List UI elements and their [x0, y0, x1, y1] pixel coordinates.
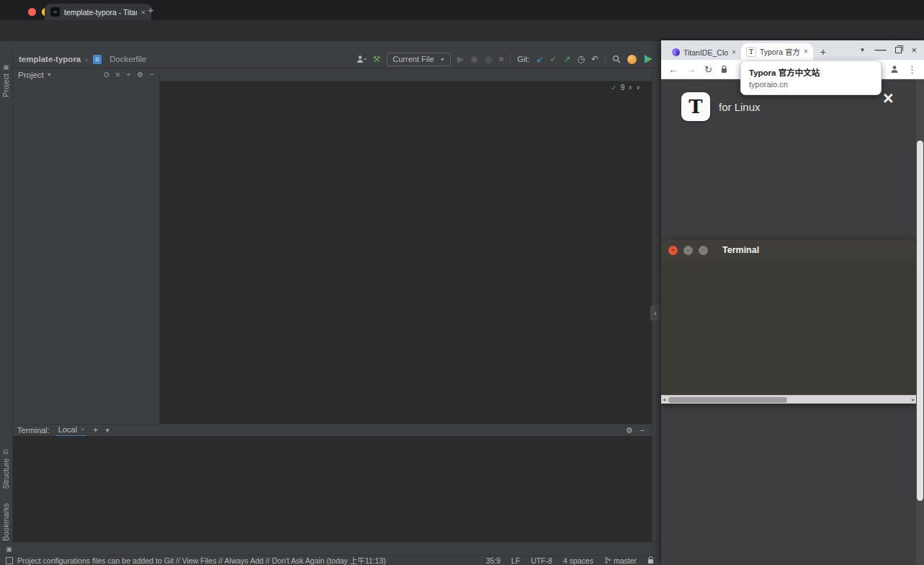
- status-message[interactable]: Project configurations files can be adde…: [17, 555, 386, 565]
- embedded-tab-titanide[interactable]: TitanIDE_Clo ×: [667, 45, 741, 60]
- line-ending-indicator[interactable]: LF: [511, 556, 520, 565]
- tab-search-chevron-icon[interactable]: ▼: [859, 47, 865, 53]
- encoding-indicator[interactable]: UTF-8: [531, 556, 552, 565]
- forward-icon[interactable]: →: [686, 64, 696, 75]
- settings-gear-icon[interactable]: ⚙: [137, 71, 143, 79]
- breadcrumb: template-typora › D Dockerfile: [0, 55, 146, 64]
- typora-favicon: T: [746, 47, 756, 57]
- branch-icon: [604, 556, 611, 564]
- terminal-output[interactable]: [13, 436, 652, 542]
- terminal-header-actions: ⚙ −: [626, 426, 645, 435]
- toolwindow-toggle-icon[interactable]: ▣: [3, 546, 15, 553]
- terminal-tab-close-icon[interactable]: ×: [81, 426, 84, 433]
- tooltip-title: Typora 官方中文站: [749, 66, 873, 78]
- caret-position[interactable]: 35:9: [485, 556, 500, 565]
- macos-close-button[interactable]: [28, 8, 36, 16]
- embedded-tab-typora[interactable]: T Typora 官方 ×: [741, 43, 813, 60]
- titanide-assistant-icon[interactable]: [643, 55, 652, 64]
- terminal-tab-local[interactable]: Local ×: [56, 424, 87, 437]
- user-dropdown-icon[interactable]: [356, 55, 367, 63]
- embedded-new-tab-icon[interactable]: +: [820, 46, 826, 60]
- coverage-icon[interactable]: ◍: [484, 55, 491, 63]
- new-tab-button[interactable]: +: [148, 4, 154, 16]
- tooltip-url: typoraio.cn: [749, 80, 873, 89]
- structure-strip-label[interactable]: Structure: [1, 458, 10, 489]
- profile-icon[interactable]: [890, 65, 899, 74]
- scrollbar-thumb[interactable]: [668, 397, 787, 403]
- page-scrollbar[interactable]: [916, 79, 924, 565]
- git-branch-indicator[interactable]: master: [604, 556, 637, 565]
- tab-close-icon[interactable]: ×: [732, 48, 736, 56]
- terminal-settings-gear-icon[interactable]: ⚙: [626, 426, 633, 435]
- ubuntu-terminal-title: Terminal: [722, 245, 759, 255]
- horizontal-scrollbar[interactable]: ◂ ▸: [661, 395, 916, 404]
- hide-panel-icon[interactable]: −: [150, 71, 154, 79]
- git-push-icon[interactable]: ↗: [563, 55, 570, 63]
- toolbar-divider: [510, 54, 511, 64]
- bookmarks-strip-label[interactable]: Bookmarks: [1, 503, 10, 541]
- back-icon[interactable]: ←: [668, 64, 678, 75]
- search-everywhere-icon[interactable]: [612, 55, 621, 63]
- terminal-tab-label: Local: [58, 425, 77, 434]
- typora-logo: T: [681, 92, 710, 121]
- window-maximize-icon[interactable]: ▫: [699, 246, 708, 255]
- terminal-minimize-icon[interactable]: −: [640, 426, 645, 435]
- run-icon[interactable]: ▶: [457, 55, 464, 63]
- minimize-icon[interactable]: —: [874, 43, 886, 56]
- page-close-icon[interactable]: ×: [883, 89, 894, 107]
- reload-icon[interactable]: ↻: [704, 64, 712, 75]
- git-update-icon[interactable]: ↙: [536, 55, 543, 63]
- code-editor[interactable]: ✓ 9 ∧ ∨: [160, 81, 652, 424]
- inspections-widget[interactable]: ✓ 9 ∧ ∨: [611, 84, 640, 92]
- browser-tab[interactable]: ‹› template-typora - TitanIDE ×: [45, 4, 151, 20]
- page-subtitle: for Linux: [719, 101, 761, 113]
- restore-window-icon[interactable]: [895, 47, 902, 53]
- tab-close-icon[interactable]: ×: [141, 8, 145, 17]
- indent-indicator[interactable]: 4 spaces: [563, 556, 593, 565]
- new-terminal-icon[interactable]: +: [93, 425, 98, 435]
- menu-dots-icon[interactable]: ⋮: [907, 64, 917, 75]
- expand-all-icon[interactable]: ≡: [116, 71, 120, 79]
- learn-ide-icon[interactable]: [627, 55, 637, 64]
- prev-problem-icon[interactable]: ∧: [628, 84, 632, 91]
- git-commit-icon[interactable]: ✓: [550, 55, 557, 63]
- structure-toolwindow-icon[interactable]: ⊟: [3, 448, 9, 455]
- breadcrumb-project[interactable]: template-typora: [19, 55, 81, 63]
- next-problem-icon[interactable]: ∨: [636, 84, 640, 91]
- scroll-left-icon[interactable]: ◂: [663, 396, 665, 403]
- status-bar: Project configurations files can be adde…: [0, 555, 661, 565]
- run-config-label: Current File: [393, 55, 434, 63]
- git-label: Git:: [517, 55, 529, 63]
- typora-page: T for Linux × × – ▫ Terminal ◂ ▸: [661, 79, 924, 565]
- project-toolwindow-icon[interactable]: ▣: [3, 63, 9, 71]
- embedded-tab-label: Typora 官方: [760, 46, 800, 57]
- debug-icon[interactable]: ◉: [470, 55, 477, 63]
- close-icon[interactable]: ×: [911, 45, 917, 55]
- build-hammer-icon[interactable]: ⚒: [373, 55, 381, 63]
- project-strip-label[interactable]: Project: [1, 74, 10, 97]
- collapse-all-icon[interactable]: ÷: [127, 71, 131, 79]
- toolbar-divider: [605, 54, 606, 64]
- titanide-cloud-favicon: [672, 48, 680, 56]
- scroll-right-icon[interactable]: ▸: [912, 396, 915, 403]
- status-message-area[interactable]: Project configurations files can be adde…: [6, 555, 475, 565]
- locate-file-icon[interactable]: ⊙: [103, 71, 109, 79]
- lock-icon: [721, 66, 727, 74]
- terminal-panel-title: Terminal:: [17, 426, 50, 435]
- embedded-tabstrip: TitanIDE_Clo × T Typora 官方 × + ▼ — ×: [661, 40, 924, 60]
- history-icon[interactable]: ◷: [577, 55, 584, 63]
- scrollbar-thumb[interactable]: [917, 141, 923, 501]
- run-config-select[interactable]: Current File ▼: [387, 53, 450, 66]
- stop-icon[interactable]: ■: [498, 55, 503, 63]
- terminal-dropdown-icon[interactable]: ▼: [104, 427, 110, 434]
- window-minimize-icon[interactable]: –: [683, 246, 693, 255]
- unlock-icon[interactable]: [647, 556, 654, 564]
- project-panel-title[interactable]: Project: [18, 71, 44, 79]
- branch-name: master: [614, 556, 637, 565]
- breadcrumb-file[interactable]: Dockerfile: [109, 55, 146, 63]
- splitter-expand-icon[interactable]: ›: [650, 305, 660, 321]
- browser-tabstrip: ‹› template-typora - TitanIDE × +: [0, 0, 924, 20]
- tab-close-icon[interactable]: ×: [804, 48, 808, 55]
- rollback-icon[interactable]: ↶: [591, 55, 598, 63]
- window-close-icon[interactable]: ×: [668, 246, 678, 255]
